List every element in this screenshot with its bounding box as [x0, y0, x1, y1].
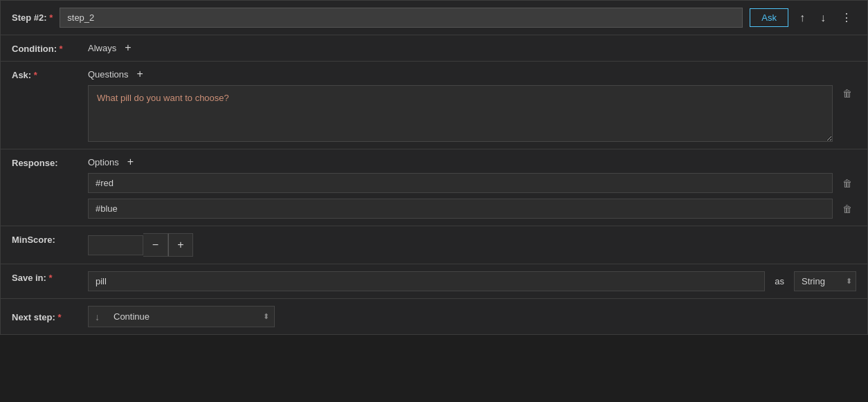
ask-button[interactable]: Ask [750, 8, 788, 27]
condition-row: Condition: * Always + [1, 35, 867, 62]
decrement-button[interactable]: − [143, 233, 168, 257]
condition-inline: Always + [88, 42, 856, 53]
ask-content: Questions + 🗑 [88, 68, 856, 142]
move-up-button[interactable]: ↑ [795, 9, 809, 27]
step-label: Step #2: * [12, 12, 53, 23]
question-textarea[interactable] [88, 85, 833, 142]
save-in-controls: as String Number Boolean Array [88, 271, 856, 291]
response-label: Response: [12, 156, 81, 168]
options-label: Options [88, 157, 119, 167]
delete-question-button[interactable]: 🗑 [838, 85, 856, 102]
ask-questions-row: Questions + [88, 68, 856, 80]
minscore-input[interactable] [88, 235, 143, 255]
options-header-row: Options + [88, 156, 856, 167]
minscore-controls: − + [88, 233, 856, 257]
delete-option-2-button[interactable]: 🗑 [838, 201, 856, 217]
increment-button[interactable]: + [168, 233, 193, 257]
minscore-row: MinScore: − + [1, 226, 867, 264]
condition-label: Condition: * [12, 42, 81, 54]
save-in-row: Save in: * as String Number Boolean Arra… [1, 264, 867, 299]
save-in-content: as String Number Boolean Array [88, 271, 856, 291]
ask-row: Ask: * Questions + 🗑 [1, 62, 867, 149]
type-select-wrapper: String Number Boolean Array [794, 271, 856, 291]
next-step-row: Next step: * ↓ Continue End Step #1 Step… [1, 299, 867, 334]
step-label-text: Step #2: [12, 12, 47, 23]
condition-add-button[interactable]: + [122, 42, 134, 53]
next-step-select-wrapper: ↓ Continue End Step #1 Step #2 ⬍ [88, 306, 275, 327]
ask-label: Ask: * [12, 68, 81, 80]
save-in-label: Save in: * [12, 271, 81, 283]
add-option-button[interactable]: + [125, 156, 136, 167]
condition-content: Always + [88, 42, 856, 53]
step-name-input[interactable] [60, 8, 743, 28]
add-question-button[interactable]: + [134, 68, 146, 80]
move-down-button[interactable]: ↓ [816, 9, 830, 27]
more-options-button[interactable]: ⋮ [837, 8, 856, 27]
response-content: Options + 🗑 🗑 [88, 156, 856, 219]
next-step-select[interactable]: Continue End Step #1 Step #2 [88, 306, 275, 327]
step-required-marker: * [49, 12, 53, 23]
step-panel: Step #2: * Ask ↑ ↓ ⋮ Condition: * Always… [0, 0, 868, 335]
option-input-1[interactable] [88, 173, 833, 193]
delete-option-1-button[interactable]: 🗑 [838, 175, 856, 192]
option-row-1: 🗑 [88, 173, 856, 193]
option-row-2: 🗑 [88, 199, 856, 219]
question-entry: 🗑 [88, 85, 856, 142]
questions-label: Questions [88, 69, 129, 80]
condition-value: Always [88, 43, 116, 53]
header-row: Step #2: * Ask ↑ ↓ ⋮ [1, 1, 867, 35]
response-row: Response: Options + 🗑 🗑 [1, 149, 867, 226]
minscore-content: − + [88, 233, 856, 257]
next-step-label: Next step: * [12, 311, 81, 322]
minscore-label: MinScore: [12, 233, 81, 245]
type-select[interactable]: String Number Boolean Array [794, 271, 856, 291]
option-input-2[interactable] [88, 199, 833, 219]
as-label: as [770, 276, 788, 286]
save-in-input[interactable] [88, 271, 765, 291]
